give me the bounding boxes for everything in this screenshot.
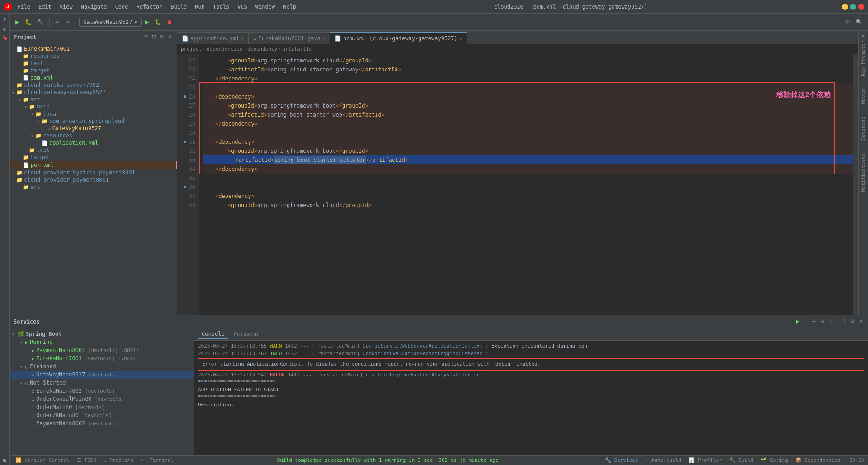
tree-item[interactable]: 📄 pom.xml <box>10 161 177 169</box>
code-line[interactable] <box>203 183 853 192</box>
editor-tab[interactable]: 📄 pom.xml (cloud-gateway-gateway9527) ✕ <box>330 32 467 44</box>
maven-label[interactable]: Maven <box>859 87 867 106</box>
service-item[interactable]: ○ OrderMain80 [devtools] <box>10 403 194 411</box>
editor-tab[interactable]: 📄 application.yml ✕ <box>177 32 249 44</box>
service-item[interactable]: ○ OrderZKMain80 [devtools] <box>10 411 194 419</box>
tree-item[interactable]: 📁 cloud-provider-payment8001 <box>10 176 177 183</box>
terminal-tab[interactable]: >_ Terminal <box>139 457 175 463</box>
code-line[interactable]: <dependency> <box>203 92 853 101</box>
code-line[interactable]: <artifactId>spring-boot-starter-actuator… <box>203 155 853 164</box>
menu-item-vcs[interactable]: VCS <box>234 3 251 11</box>
auto-build-tab[interactable]: ⚡ Auto-build <box>644 457 683 463</box>
database-label[interactable]: Database <box>859 115 867 142</box>
code-line[interactable]: </dependency> <box>203 119 853 128</box>
services-status-tab[interactable]: 🔧 Services <box>603 457 640 463</box>
service-item[interactable]: ○ EurekaMain7002 [devtools] <box>10 387 194 395</box>
tree-item[interactable]: 📁 target <box>10 154 177 161</box>
collapse-icon[interactable]: ⊟ <box>151 33 157 40</box>
bookmark-icon[interactable]: 🔖 <box>1 33 9 42</box>
todo-tab[interactable]: ☰ TODO <box>75 457 98 463</box>
menu-item-file[interactable]: File <box>14 3 34 11</box>
services-collapse-btn[interactable]: ⊟ <box>810 318 817 325</box>
tree-item[interactable]: 📄 EurekaMain7001 <box>10 45 177 52</box>
structure-icon[interactable]: ◧ <box>1 24 9 33</box>
service-item[interactable]: ▶ EurekaMain7001 [devtools] :7001/ <box>10 354 194 362</box>
tree-item[interactable]: 📁 target <box>10 67 177 74</box>
tree-item[interactable]: ▾ 📁 src <box>10 96 177 103</box>
tree-item[interactable]: ▾ 📁 resources <box>10 132 177 139</box>
close-button[interactable] <box>858 4 864 10</box>
toolbar-undo-btn[interactable]: ↩ <box>53 18 61 26</box>
service-item[interactable]: ▾ ○ Finished <box>10 362 194 371</box>
build-tab[interactable]: 🔨 Build <box>727 457 755 463</box>
code-line[interactable] <box>203 83 853 92</box>
tab-close-icon[interactable]: ✕ <box>459 36 462 41</box>
stop-button[interactable]: ⏹ <box>165 18 174 26</box>
version-control-tab[interactable]: 🔀 Version Control <box>14 457 71 463</box>
tree-item[interactable]: 📄 application.yml <box>10 139 177 146</box>
services-add-btn[interactable]: + <box>835 319 841 325</box>
code-line[interactable]: <artifactId>spring-boot-starter-web</art… <box>203 110 853 119</box>
tree-item[interactable]: ☕ GateWayMain9527 <box>10 125 177 132</box>
tree-item[interactable]: 📁 resources <box>10 52 177 60</box>
service-item[interactable]: ▶ PaymentMain8001 [devtools] :8001/ <box>10 346 194 354</box>
run-button[interactable]: ▶ <box>143 18 151 26</box>
code-line[interactable]: <dependency> <box>203 192 853 201</box>
code-line[interactable]: <groupId>org.springframework.boot</group… <box>203 101 853 110</box>
menu-item-build[interactable]: Build <box>167 3 190 11</box>
profiler-tab[interactable]: 📊 Profiler <box>687 457 724 463</box>
close-panel-icon[interactable]: ✕ <box>166 33 173 40</box>
menu-item-edit[interactable]: Edit <box>35 3 55 11</box>
toolbar-run-btn[interactable]: ▶ <box>14 18 21 26</box>
notifications-label[interactable]: Notifications <box>859 151 867 194</box>
code-editor[interactable]: 22232425●2627282930●3132333435●363738 <g… <box>177 54 858 315</box>
service-item[interactable]: ▾ ○ Not Started <box>10 379 194 387</box>
tree-item[interactable]: 📁 test <box>10 146 177 154</box>
service-item[interactable]: ▾ ▶ Running <box>10 338 194 346</box>
menu-item-code[interactable]: Code <box>112 3 132 11</box>
find-icon[interactable]: 🔍 <box>1 457 9 465</box>
menu-item-run[interactable]: Run <box>191 3 208 11</box>
services-run-btn[interactable]: ▶ <box>794 318 801 325</box>
editor-tab[interactable]: ☕ EurekaMain7001.java ✕ <box>249 32 330 44</box>
services-expand-btn[interactable]: ≡ <box>802 319 808 325</box>
project-icon[interactable]: P <box>1 15 9 23</box>
settings-button[interactable]: ⚙ <box>844 18 852 26</box>
code-line[interactable]: </dependency> <box>203 74 853 83</box>
console-tab[interactable]: Console <box>198 330 228 339</box>
menu-item-tools[interactable]: Tools <box>209 3 233 11</box>
menu-item-view[interactable]: View <box>56 3 76 11</box>
services-filter-btn[interactable]: ▽ <box>827 318 834 325</box>
code-line[interactable]: <groupId>org.springframework.cloud</grou… <box>203 201 853 210</box>
sync-icon[interactable]: ⟳ <box>143 33 150 40</box>
service-item[interactable]: ○ OrderConsulMain80 [devtools] <box>10 395 194 403</box>
breadcrumb-item[interactable]: dependencies <box>207 46 242 52</box>
gear-icon[interactable]: ⚙ <box>158 33 165 40</box>
services-settings-btn[interactable]: ⚙ <box>849 318 856 325</box>
service-item[interactable]: ✓ GateWayMain9527 [devtools] <box>10 371 194 379</box>
breadcrumb-item[interactable]: project <box>181 46 202 52</box>
code-line[interactable]: <dependency> <box>203 137 853 146</box>
tree-item[interactable]: 📁 test <box>10 60 177 67</box>
tree-item[interactable]: ▾ 📁 main <box>10 103 177 110</box>
tree-item[interactable]: ▾ 📁 cloud-gateway-gateway9527 <box>10 89 177 96</box>
breadcrumb-item[interactable]: dependency <box>247 46 277 52</box>
menu-item-help[interactable]: Help <box>279 3 300 11</box>
tree-item[interactable]: 📁 src <box>10 183 177 191</box>
toolbar-debug-btn[interactable]: 🐛 <box>23 18 33 26</box>
code-content[interactable]: <groupId>org.springframework.cloud</grou… <box>199 54 853 315</box>
console-content[interactable]: 2023-08-27 15:27:13.755 WARN 1412 --- [ … <box>194 341 868 455</box>
tab-close-icon[interactable]: ✕ <box>322 36 325 41</box>
code-line[interactable]: <groupId>org.springframework.cloud</grou… <box>203 56 853 65</box>
service-group[interactable]: ▾ 🌿 Spring Boot <box>10 330 194 338</box>
tree-item[interactable]: 📁 cloud-eureka-server7002 <box>10 81 177 89</box>
code-line[interactable]: </dependency> <box>203 164 853 174</box>
code-line[interactable] <box>203 174 853 183</box>
spring-tab[interactable]: 🌱 Spring <box>759 457 789 463</box>
code-line[interactable]: <artifactId>spring-cloud-starter-gateway… <box>203 65 853 74</box>
maximize-button[interactable] <box>850 4 856 10</box>
menu-item-navigate[interactable]: Navigate <box>77 3 111 11</box>
vertical-scrollbar[interactable] <box>853 54 858 315</box>
toolbar-redo-btn[interactable]: ↪ <box>63 18 71 26</box>
tab-close-icon[interactable]: ✕ <box>241 36 244 41</box>
